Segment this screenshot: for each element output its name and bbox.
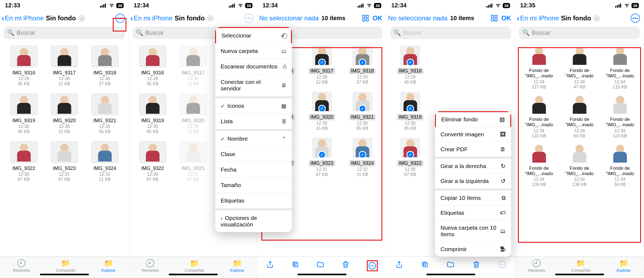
share-icon[interactable] <box>266 260 274 268</box>
menu-compress[interactable]: Comprimir🗜︎ <box>435 242 511 257</box>
search-field[interactable]: 🔍Buscar <box>4 27 125 39</box>
folder-chevron-icon[interactable]: ⌵ <box>78 15 85 22</box>
file-time: 12:30 <box>405 167 415 172</box>
home-indicator[interactable] <box>169 274 218 275</box>
home-indicator[interactable] <box>426 274 475 275</box>
file-item[interactable]: ✓IMG_932412:3211 KB <box>343 138 381 177</box>
more-button[interactable]: ••• <box>244 14 254 23</box>
file-item[interactable]: ✓IMG_931612:2945 KB <box>391 46 429 85</box>
file-item[interactable]: ✓IMG_931812:3027 KB <box>343 46 381 85</box>
file-item[interactable]: Fondo de "IMG_...inado12:3434 KB <box>601 143 639 187</box>
file-item[interactable]: ✓IMG_932112:3055 KB <box>343 92 381 131</box>
file-item[interactable]: ✓IMG_932312:3187 KB <box>303 138 341 177</box>
file-item[interactable]: Fondo de "IMG_...inado12:3464 KB <box>561 94 598 138</box>
file-item[interactable]: Fondo de "IMG_...inado12:34227 KB <box>520 46 558 90</box>
file-item[interactable]: IMG_931912:3085 KB <box>134 93 171 134</box>
home-indicator[interactable] <box>555 274 604 275</box>
file-item[interactable]: IMG_931812:3027 KB <box>86 46 124 86</box>
more-actions-button[interactable] <box>498 260 506 268</box>
menu-rotate-left[interactable]: Girar a la izquierda↺ <box>435 174 511 191</box>
tab-recents[interactable]: 🕘Recientes <box>13 259 30 273</box>
menu-remove-bg[interactable]: Eliminar fondo▨ <box>435 111 511 127</box>
ok-button[interactable]: OK <box>501 14 511 22</box>
file-item[interactable]: Fondo de "IMG_...inado12:3447 KB <box>561 46 598 90</box>
file-thumbnail <box>51 141 78 163</box>
file-item[interactable]: IMG_931712:3012 KB <box>45 46 83 86</box>
file-item[interactable]: IMG_931612:2945 KB <box>5 46 43 86</box>
deselect-button[interactable]: No seleccionar nada <box>388 14 448 22</box>
ok-button[interactable]: OK <box>373 14 382 22</box>
move-folder-icon[interactable] <box>316 260 324 268</box>
svg-point-3 <box>373 265 374 266</box>
file-item[interactable]: Fondo de "IMG_...inado12:34139 KB <box>520 143 558 187</box>
tab-browse[interactable]: 📁Explorar <box>230 259 244 273</box>
trash-icon[interactable] <box>472 260 480 268</box>
trash-icon[interactable] <box>342 260 350 268</box>
file-item[interactable]: ✓IMG_931712:3012 KB <box>303 46 341 85</box>
menu-pdf[interactable]: Crear PDF🗎 <box>435 142 511 159</box>
tab-browse[interactable]: 📁Explorar <box>617 259 631 273</box>
chevron-left-icon: ‹ <box>517 14 520 22</box>
file-item[interactable]: Fondo de "IMG_...inado12:34136 KB <box>561 143 598 187</box>
file-item[interactable]: IMG_931612:2945 KB <box>134 46 171 86</box>
tab-shared[interactable]: 📁Compartido <box>56 259 75 273</box>
share-icon[interactable] <box>395 260 403 268</box>
file-item[interactable]: ✓IMG_932212:3067 KB <box>391 138 429 177</box>
menu-new-folder[interactable]: Nueva carpeta🗂︎ <box>215 43 292 59</box>
tab-shared[interactable]: 📁Compartido <box>185 259 204 273</box>
menu-convert[interactable]: Convertir imagen🖼︎ <box>435 127 511 142</box>
file-name: IMG_9319 <box>12 118 35 124</box>
file-item[interactable]: IMG_932012:3015 KB <box>45 93 83 134</box>
menu-rotate-right[interactable]: Girar a la derecha↻ <box>435 159 511 174</box>
home-indicator[interactable] <box>298 274 346 275</box>
tab-recents[interactable]: 🕘Recientes <box>528 259 545 273</box>
view-grid-button[interactable] <box>490 14 498 22</box>
view-grid-button[interactable] <box>362 14 369 22</box>
menu-icons[interactable]: ✓Iconos▦ <box>215 98 292 114</box>
tab-shared[interactable]: 📁Compartido <box>571 259 590 273</box>
back-button[interactable]: ‹En mi iPhone <box>517 14 559 22</box>
tab-browse[interactable]: 📁Explorar <box>101 259 115 273</box>
file-item[interactable]: IMG_931712:3012 KB <box>174 46 212 86</box>
menu-tags[interactable]: Etiquetas🏷︎ <box>435 206 511 220</box>
menu-tags[interactable]: Etiquetas <box>215 193 292 210</box>
menu-scan[interactable]: Escanear documentos⎙ <box>215 59 292 74</box>
file-item[interactable]: IMG_932212:3067 KB <box>5 141 43 182</box>
menu-list[interactable]: Lista≣ <box>215 114 292 131</box>
file-item[interactable]: Fondo de "IMG_...inado12:34122 KB <box>520 94 558 138</box>
menu-connect[interactable]: Conectar con el servidor🖥︎ <box>215 74 292 98</box>
file-item[interactable]: IMG_932112:3055 KB <box>86 93 124 134</box>
file-item[interactable]: Fondo de "IMG_...inado12:34123 KB <box>601 94 639 138</box>
tab-recents[interactable]: 🕘Recientes <box>142 259 159 273</box>
move-folder-icon[interactable] <box>446 260 455 268</box>
file-item[interactable]: ✓IMG_932012:3015 KB <box>303 92 341 131</box>
menu-size[interactable]: Tamaño <box>215 178 292 193</box>
file-item[interactable]: IMG_932412:3211 KB <box>86 141 124 182</box>
menu-new-folder-items[interactable]: Nueva carpeta con 10 ítems🗂︎ <box>435 220 511 242</box>
file-item[interactable]: IMG_932312:3187 KB <box>174 141 212 182</box>
file-item[interactable]: IMG_932212:3067 KB <box>134 141 171 182</box>
file-item[interactable]: IMG_931912:3085 KB <box>5 93 43 134</box>
file-item[interactable]: IMG_932012:3015 KB <box>174 93 212 134</box>
more-actions-button[interactable] <box>367 260 378 271</box>
menu-date[interactable]: Fecha <box>215 162 292 178</box>
back-button[interactable]: ‹En mi iPhone <box>130 14 173 22</box>
duplicate-icon[interactable] <box>291 260 299 268</box>
search-field[interactable]: 🔍Buscar <box>519 27 640 39</box>
folder-chevron-icon[interactable]: ⌵ <box>593 15 600 22</box>
more-button[interactable]: ••• <box>631 14 640 23</box>
home-indicator[interactable] <box>40 274 89 275</box>
menu-name[interactable]: ✓Nombre⌃ <box>215 131 292 147</box>
menu-kind[interactable]: Clase <box>215 147 292 162</box>
back-button[interactable]: ‹En mi iPhone <box>2 14 44 22</box>
deselect-button[interactable]: No seleccionar nada <box>259 14 319 22</box>
file-item[interactable]: IMG_932312:3187 KB <box>45 141 83 182</box>
duplicate-icon[interactable] <box>421 260 429 268</box>
file-item[interactable]: Fondo de "IMG_...inado12:34115 KB <box>601 46 639 90</box>
file-item[interactable]: ✓IMG_931912:3085 KB <box>391 92 429 131</box>
file-thumbnail <box>91 46 118 67</box>
folder-chevron-icon[interactable]: ⌵ <box>207 15 214 22</box>
menu-copy[interactable]: Copiar 10 ítems⧉ <box>435 191 511 206</box>
menu-view-options[interactable]: ›Opciones de visualización <box>215 210 292 232</box>
menu-select[interactable]: Seleccionar✔︎⃝ <box>215 27 292 43</box>
